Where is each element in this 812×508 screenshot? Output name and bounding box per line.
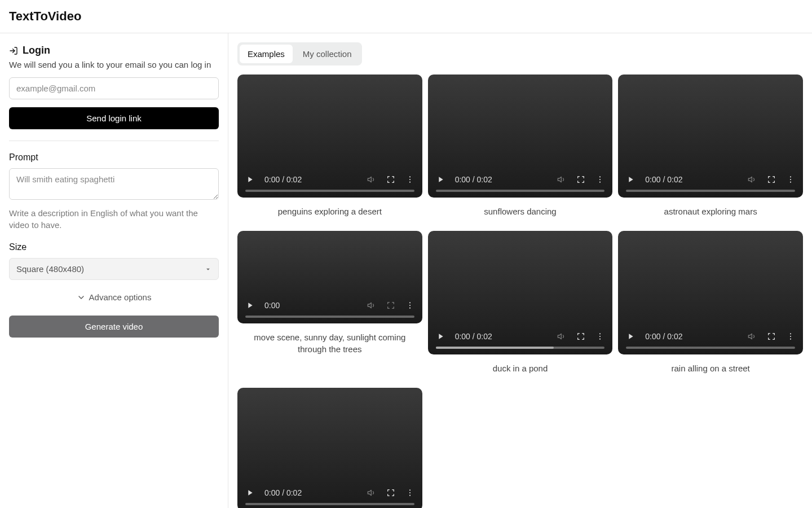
svg-marker-21 — [748, 334, 752, 339]
svg-point-4 — [409, 182, 411, 183]
svg-point-20 — [599, 338, 601, 339]
svg-point-11 — [790, 179, 791, 180]
video-player[interactable]: 0:00 / 0:02 — [237, 388, 422, 508]
chevron-down-icon — [77, 293, 86, 302]
tab-my-collection[interactable]: My collection — [295, 45, 360, 63]
email-field[interactable] — [9, 77, 219, 99]
video-player[interactable]: 0:00 / 0:02 — [618, 231, 803, 354]
play-icon[interactable] — [436, 175, 445, 184]
video-caption: sunflowers dancing — [428, 205, 613, 225]
fullscreen-icon[interactable] — [386, 488, 395, 497]
header: TextToVideo — [0, 0, 812, 33]
more-icon[interactable] — [786, 332, 795, 341]
play-icon[interactable] — [626, 332, 635, 341]
prompt-label: Prompt — [9, 152, 219, 163]
video-controls: 0:00 / 0:02 — [618, 170, 803, 198]
video-player[interactable]: 0:00 / 0:02 — [237, 75, 422, 198]
video-caption: move scene, sunny day, sunlight coming t… — [237, 331, 422, 363]
svg-point-14 — [409, 303, 411, 304]
fullscreen-icon[interactable] — [767, 332, 776, 341]
video-progress[interactable] — [245, 503, 414, 505]
fullscreen-icon[interactable] — [386, 175, 395, 184]
volume-icon[interactable] — [748, 332, 757, 341]
send-login-button[interactable]: Send login link — [9, 107, 219, 129]
sidebar: Login We will send you a link to your em… — [0, 33, 228, 508]
video-progress[interactable] — [436, 347, 605, 349]
video-card: 0:00move scene, sunny day, sunlight comi… — [237, 231, 422, 363]
video-time: 0:00 / 0:02 — [455, 175, 492, 184]
video-player[interactable]: 0:00 / 0:02 — [428, 75, 613, 198]
video-caption: penguins exploring a desert — [237, 205, 422, 225]
svg-marker-5 — [558, 177, 562, 182]
svg-point-16 — [409, 308, 411, 309]
size-select[interactable]: Square (480x480) — [9, 258, 219, 280]
login-desc: We will send you a link to your email so… — [9, 60, 219, 69]
volume-icon[interactable] — [367, 175, 376, 184]
video-player[interactable]: 0:00 / 0:02 — [618, 75, 803, 198]
more-icon[interactable] — [405, 488, 414, 497]
more-icon[interactable] — [405, 175, 414, 184]
tabs: Examples My collection — [237, 42, 362, 65]
volume-icon[interactable] — [367, 301, 376, 310]
more-icon[interactable] — [405, 301, 414, 310]
volume-icon[interactable] — [557, 332, 566, 341]
play-icon[interactable] — [626, 175, 635, 184]
more-icon[interactable] — [595, 175, 604, 184]
video-grid: 0:00 / 0:02penguins exploring a desert0:… — [237, 75, 803, 508]
svg-point-23 — [790, 336, 791, 337]
fullscreen-icon[interactable] — [767, 175, 776, 184]
svg-marker-13 — [368, 303, 371, 308]
more-icon[interactable] — [786, 175, 795, 184]
login-heading: Login — [9, 45, 219, 56]
prompt-hint: Write a description in English of what y… — [9, 207, 219, 231]
advance-options-toggle[interactable]: Advance options — [9, 292, 219, 302]
video-player[interactable]: 0:00 / 0:02 — [428, 231, 613, 354]
size-label: Size — [9, 242, 219, 252]
generate-button[interactable]: Generate video — [9, 316, 219, 338]
video-time: 0:00 / 0:02 — [645, 175, 682, 184]
svg-point-27 — [409, 492, 411, 493]
fullscreen-icon[interactable] — [576, 332, 585, 341]
svg-point-12 — [790, 182, 791, 183]
play-icon[interactable] — [245, 175, 254, 184]
video-time: 0:00 / 0:02 — [264, 175, 302, 184]
video-time: 0:00 / 0:02 — [645, 332, 682, 341]
video-progress[interactable] — [626, 347, 795, 349]
video-time: 0:00 — [264, 301, 280, 310]
video-progress[interactable] — [245, 316, 414, 318]
video-controls: 0:00 / 0:02 — [428, 327, 613, 354]
volume-icon[interactable] — [748, 175, 757, 184]
login-icon — [9, 46, 18, 55]
volume-icon[interactable] — [367, 488, 376, 497]
svg-marker-1 — [368, 177, 371, 182]
video-caption: astronaut exploring mars — [618, 205, 803, 225]
play-icon[interactable] — [436, 332, 445, 341]
video-progress[interactable] — [245, 190, 414, 192]
advance-options-label: Advance options — [89, 292, 152, 302]
svg-point-24 — [790, 338, 791, 339]
more-icon[interactable] — [595, 332, 604, 341]
svg-point-2 — [409, 177, 411, 178]
svg-point-3 — [409, 179, 411, 180]
video-progress[interactable] — [436, 190, 605, 192]
svg-point-22 — [790, 333, 791, 334]
tab-examples[interactable]: Examples — [240, 45, 293, 63]
volume-icon[interactable] — [557, 175, 566, 184]
play-icon[interactable] — [245, 301, 254, 310]
svg-point-7 — [599, 179, 601, 180]
fullscreen-icon[interactable] — [576, 175, 585, 184]
svg-point-15 — [409, 305, 411, 306]
fullscreen-icon[interactable] — [386, 301, 395, 310]
video-time: 0:00 / 0:02 — [455, 332, 492, 341]
video-controls: 0:00 / 0:02 — [428, 170, 613, 198]
video-progress[interactable] — [626, 190, 795, 192]
video-player[interactable]: 0:00 — [237, 231, 422, 323]
prompt-input[interactable] — [9, 168, 219, 200]
video-controls: 0:00 / 0:02 — [618, 327, 803, 354]
svg-marker-9 — [748, 177, 752, 182]
video-controls: 0:00 / 0:02 — [237, 484, 422, 508]
svg-point-6 — [599, 177, 601, 178]
play-icon[interactable] — [245, 488, 254, 497]
video-card: 0:00 / 0:02sunflowers dancing — [428, 75, 613, 225]
video-caption: duck in a pond — [428, 362, 613, 382]
